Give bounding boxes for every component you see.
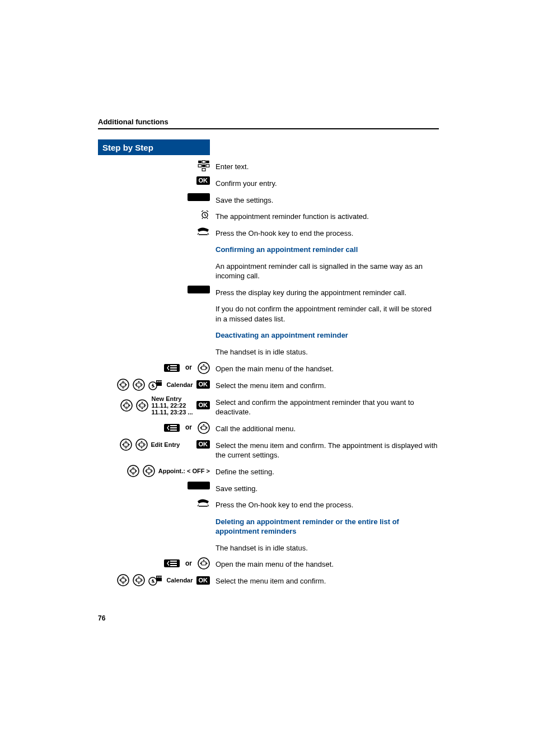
menu-key[interactable]: [164, 364, 180, 372]
nav-left-right-key[interactable]: [127, 465, 139, 477]
display-key[interactable]: [188, 193, 210, 201]
section-heading: Deleting an appointment reminder or the …: [216, 515, 439, 536]
instruction-text: Select the menu item and confirm.: [216, 574, 439, 586]
or-separator: or: [185, 560, 192, 567]
instruction-text: Select the menu item and confirm. The ap…: [216, 438, 439, 460]
menu-item-label: Appoint.: < OFF >: [158, 468, 210, 474]
instruction-text: Press the On-hook key to end the process…: [216, 498, 439, 510]
onhook-icon[interactable]: [196, 498, 210, 508]
instruction-text: Confirm your entry.: [216, 176, 439, 189]
ok-key[interactable]: OK: [196, 576, 210, 585]
nav-left-right-key[interactable]: [120, 399, 133, 412]
display-key[interactable]: [188, 286, 210, 293]
ok-key[interactable]: OK: [196, 176, 210, 185]
instruction-text: The handset is in idle status.: [216, 541, 439, 553]
instruction-text: Save setting.: [216, 482, 439, 494]
step-by-step-heading: Step by Step: [98, 139, 210, 155]
alarm-icon: [200, 209, 210, 220]
nav-up-down-key[interactable]: [133, 574, 145, 586]
menu-item-label: New Entry: [152, 395, 193, 402]
nav-up-down-key[interactable]: [135, 438, 148, 451]
ok-key[interactable]: OK: [196, 440, 210, 449]
nav-up-down-key[interactable]: [143, 465, 155, 477]
nav-center-key[interactable]: [198, 422, 210, 434]
nav-up-down-key[interactable]: [133, 379, 145, 391]
calendar-icon: [148, 379, 163, 390]
page-header: Additional functions: [98, 118, 439, 126]
instruction-text: Enter text.: [216, 160, 439, 172]
nav-up-down-key[interactable]: [136, 399, 148, 412]
instruction-text: If you do not confirm the appointment re…: [216, 302, 439, 324]
menu-item-label: Calendar: [166, 381, 193, 388]
nav-center-key[interactable]: [198, 362, 210, 374]
menu-key[interactable]: [164, 424, 180, 432]
instruction-text: Press the display key during the appoint…: [216, 286, 439, 298]
instruction-text: Select and confirm the appointment remin…: [216, 395, 439, 417]
section-heading: Deactivating an appointment reminder: [216, 328, 439, 340]
section-heading: Confirming an appointment reminder call: [216, 242, 439, 255]
menu-item-label: 11.11, 22:22: [152, 402, 193, 409]
menu-item-label: Edit Entry: [151, 441, 193, 448]
menu-item-label: 11.11, 23:23 ...: [152, 409, 193, 416]
nav-left-right-key[interactable]: [120, 438, 132, 451]
or-separator: or: [185, 424, 192, 431]
onhook-icon[interactable]: [196, 226, 210, 236]
keypad-icon: [198, 160, 210, 172]
page-number: 76: [98, 614, 439, 622]
nav-left-right-key[interactable]: [117, 574, 129, 586]
header-divider: [98, 128, 439, 129]
instruction-text: Select the menu item and confirm.: [216, 379, 439, 391]
display-key[interactable]: [188, 482, 210, 489]
instruction-text: The handset is in idle status.: [216, 345, 439, 357]
instruction-text: An appointment reminder call is signalle…: [216, 259, 439, 281]
instruction-text: Open the main menu of the handset.: [216, 557, 439, 570]
instruction-text: Call the additional menu.: [216, 422, 439, 434]
ok-key[interactable]: OK: [196, 401, 210, 409]
menu-key[interactable]: [164, 559, 180, 567]
nav-center-key[interactable]: [198, 557, 210, 570]
instruction-text: Save the settings.: [216, 193, 439, 206]
instruction-text: Define the setting.: [216, 465, 439, 477]
menu-item-label: Calendar: [166, 577, 193, 584]
instruction-text: Open the main menu of the handset.: [216, 362, 439, 374]
nav-left-right-key[interactable]: [117, 379, 129, 391]
instruction-text: The appointment reminder function is act…: [216, 209, 439, 222]
instruction-text: Press the On-hook key to end the process…: [216, 226, 439, 239]
ok-key[interactable]: OK: [196, 380, 210, 389]
or-separator: or: [185, 364, 192, 371]
calendar-icon: [148, 575, 163, 586]
